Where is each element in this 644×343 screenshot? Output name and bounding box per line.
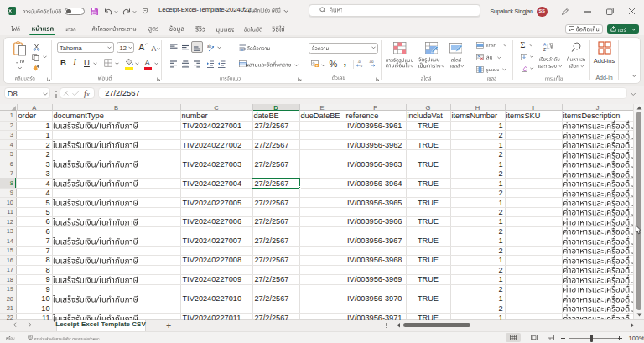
svg-text:.0: .0 — [357, 60, 361, 64]
svg-text:0: 0 — [361, 65, 362, 68]
svg-text:ab: ab — [207, 44, 212, 48]
svg-text:Z: Z — [543, 47, 546, 51]
svg-text:A: A — [543, 42, 547, 46]
svg-text:.00: .00 — [369, 60, 374, 64]
